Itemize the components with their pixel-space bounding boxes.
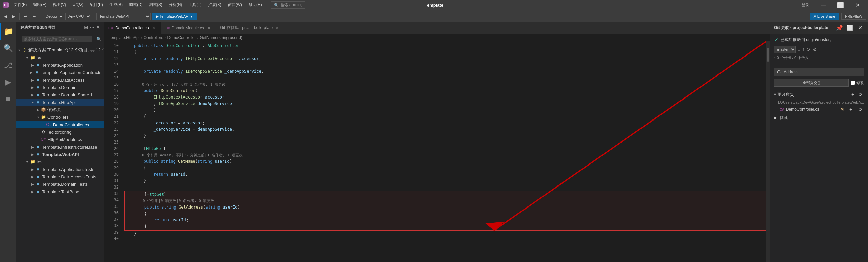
menu-build[interactable]: 生成(B) bbox=[106, 1, 125, 9]
sidebar-search-input[interactable] bbox=[22, 36, 92, 42]
git-branch-dropdown[interactable]: master bbox=[774, 46, 796, 53]
startup-project-dropdown[interactable]: Template.WebAPI bbox=[96, 13, 151, 20]
minimize-button[interactable]: — bbox=[816, 0, 831, 10]
tree-item-controllers[interactable]: ▾ 📁 Controllers bbox=[16, 113, 104, 121]
tab-domainmodule[interactable]: C# DomainModule.cs ✕ bbox=[161, 22, 216, 34]
search-activity-icon[interactable]: 🔍 bbox=[0, 40, 16, 57]
forward-button[interactable]: ▶ bbox=[10, 13, 17, 20]
sidebar-close-icon[interactable]: ✕ bbox=[96, 25, 100, 30]
git-changed-header[interactable]: ▾ 更改数(1) + ↺ bbox=[770, 89, 868, 100]
git-settings-icon[interactable]: ⚙ bbox=[813, 47, 817, 52]
menu-help[interactable]: 帮助(H) bbox=[245, 1, 265, 9]
sidebar-more-icon[interactable]: ⋯ bbox=[90, 25, 95, 30]
tree-item-da-tests[interactable]: ▶ ■ Template.DataAccess.Tests bbox=[16, 173, 104, 180]
window-controls: 登录 — ⬜ ✕ bbox=[796, 0, 865, 10]
menu-extensions[interactable]: 扩展(X) bbox=[205, 1, 224, 9]
git-discard-icon[interactable]: ↺ bbox=[856, 106, 864, 113]
tree-item-src[interactable]: ▾ 📁 src bbox=[16, 54, 104, 61]
git-pushed-text: 已成功推送到 origin/master。 bbox=[781, 37, 834, 43]
platform-dropdown[interactable]: Any CPU bbox=[65, 13, 91, 20]
git-search-input[interactable] bbox=[774, 68, 864, 76]
menu-tools[interactable]: 工具(T) bbox=[185, 1, 204, 9]
start-button[interactable]: ▶ Template.WebAPI ▾ bbox=[152, 13, 197, 20]
tree-item-application[interactable]: ▶ ■ Template.Application bbox=[16, 61, 104, 69]
git-modify-checkbox-label[interactable]: 修改 bbox=[851, 80, 864, 85]
git-discard-all-icon[interactable]: ↺ bbox=[856, 91, 864, 98]
tree-item-testbase[interactable]: ▶ ■ Template.TestBase bbox=[16, 188, 104, 195]
tab-cs-icon: C# bbox=[108, 26, 113, 30]
solution-root[interactable]: ▾ ⬡ 解决方案 'Template'(12 个项目, 共 12 个) bbox=[16, 46, 104, 54]
tree-item-editorconfig[interactable]: ▶ ⚙ .editorconfig bbox=[16, 128, 104, 136]
menu-project[interactable]: 项目(P) bbox=[87, 1, 106, 9]
close-button[interactable]: ✕ bbox=[850, 0, 865, 10]
git-filepath[interactable]: D:\Users\Jack\Dev\Gitee\project-boilerpl… bbox=[770, 100, 868, 105]
git-store-section[interactable]: ▶ 储藏 bbox=[770, 114, 868, 122]
menu-window[interactable]: 窗口(W) bbox=[225, 1, 245, 9]
git-fetch-icon[interactable]: ⟳ bbox=[807, 47, 811, 52]
sidebar-search-icon[interactable]: 🔍 bbox=[96, 37, 101, 41]
git-expand-icon[interactable]: ⬜ bbox=[846, 24, 854, 32]
debug-activity-icon[interactable]: ▶ bbox=[0, 74, 16, 90]
title-bar: 文件(F) 编辑(E) 视图(V) Git(G) 项目(P) 生成(B) 调试(… bbox=[0, 0, 868, 10]
httpapi-arrow: ▾ bbox=[30, 100, 35, 105]
tree-item-test[interactable]: ▾ 📁 test bbox=[16, 158, 104, 166]
menu-view[interactable]: 视图(V) bbox=[50, 1, 69, 9]
code-line-39: } bbox=[124, 231, 766, 237]
menu-git[interactable]: Git(G) bbox=[70, 1, 86, 9]
menu-file[interactable]: 文件(F) bbox=[11, 1, 29, 9]
code-editor[interactable]: public class DemoController : AbpControl… bbox=[121, 41, 766, 262]
menu-analyze[interactable]: 分析(N) bbox=[166, 1, 185, 9]
git-modify-checkbox[interactable] bbox=[851, 81, 855, 85]
tree-item-infra[interactable]: ▶ ■ Template.InfrastructureBase bbox=[16, 143, 104, 151]
git-commit-button[interactable]: 全部提交() bbox=[774, 79, 849, 87]
tab-domainmodule-close[interactable]: ✕ bbox=[206, 25, 212, 31]
menu-test[interactable]: 测试(S) bbox=[146, 1, 165, 9]
git-pin-icon[interactable]: 📌 bbox=[835, 24, 844, 32]
tab-git-repo[interactable]: Git 存储库 - pro...t-boilerplate ✕ bbox=[216, 22, 284, 34]
tree-item-domain-tests[interactable]: ▶ ■ Template.Domain.Tests bbox=[16, 180, 104, 188]
undo-button[interactable]: ↩ bbox=[22, 13, 29, 20]
git-add-all-icon[interactable]: + bbox=[849, 91, 856, 98]
git-file-item[interactable]: C# DemoController.cs M + ↺ bbox=[770, 105, 868, 114]
git-activity-icon[interactable]: ⎇ bbox=[0, 57, 16, 73]
git-sync-down-icon[interactable]: ↓ bbox=[798, 47, 800, 52]
debug-config-dropdown[interactable]: Debug bbox=[43, 13, 64, 20]
git-sync-up-icon[interactable]: ↑ bbox=[802, 47, 805, 52]
sidebar-collapse-icon[interactable]: ⊟ bbox=[84, 25, 88, 30]
tree-item-domain[interactable]: ▶ ■ Template.Domain bbox=[16, 84, 104, 91]
git-close-icon[interactable]: ✕ bbox=[856, 24, 864, 32]
deps-label: 依赖项 bbox=[47, 107, 61, 113]
breadcrumb-part4[interactable]: GetName(string userId) bbox=[200, 35, 242, 40]
code-line-40 bbox=[124, 237, 766, 243]
tab-democontroller[interactable]: C# DemoController.cs ✕ bbox=[104, 22, 161, 34]
menu-debug[interactable]: 调试(D) bbox=[126, 1, 145, 9]
tree-item-app-contracts[interactable]: ▶ ■ Template.Application.Contracts bbox=[16, 69, 104, 76]
editor-scrollbar[interactable] bbox=[766, 41, 770, 262]
tab-git-close[interactable]: ✕ bbox=[275, 25, 280, 31]
tree-item-app-tests[interactable]: ▶ ■ Template.Application.Tests bbox=[16, 166, 104, 173]
breadcrumb-part2[interactable]: Controllers bbox=[143, 35, 163, 40]
solution-icon: ⬡ bbox=[22, 47, 27, 53]
tree-item-domain-shared[interactable]: ▶ ■ Template.Domain.Shared bbox=[16, 91, 104, 99]
tab-democontroller-close[interactable]: ✕ bbox=[151, 25, 156, 31]
login-button[interactable]: 登录 bbox=[796, 0, 814, 10]
tree-item-webapi[interactable]: ▶ ■ Template.WebAPI bbox=[16, 151, 104, 158]
menu-edit[interactable]: 编辑(E) bbox=[30, 1, 49, 9]
extensions-activity-icon[interactable]: ■ bbox=[0, 91, 16, 107]
git-stage-icon[interactable]: + bbox=[847, 106, 854, 113]
live-share-button[interactable]: ↗ Live Share bbox=[810, 13, 839, 20]
tree-item-httpapimodule[interactable]: ▶ C# HttpApiModule.cs bbox=[16, 136, 104, 143]
redo-button[interactable]: ↪ bbox=[31, 13, 38, 20]
maximize-button[interactable]: ⬜ bbox=[833, 0, 848, 10]
back-button[interactable]: ◀ bbox=[2, 13, 9, 20]
breadcrumb-part1[interactable]: Template.HttpApi bbox=[108, 35, 139, 40]
git-changed-label: 更改数(1) bbox=[777, 92, 795, 97]
tree-item-deps[interactable]: ▶ 📦 依赖项 bbox=[16, 106, 104, 113]
tree-item-data-access[interactable]: ▶ ■ Template.DataAccess bbox=[16, 76, 104, 84]
tree-item-httpapi[interactable]: ▾ ■ Template.HttpApi bbox=[16, 99, 104, 106]
preview-button[interactable]: PREVIEW bbox=[841, 13, 866, 20]
code-line-10: public class DemoController : AbpControl… bbox=[124, 43, 766, 49]
explorer-icon[interactable]: 📁 bbox=[0, 23, 16, 40]
tree-item-democontroller[interactable]: ▶ C# DemoController.cs bbox=[16, 121, 104, 128]
breadcrumb-part3[interactable]: DemoController bbox=[167, 35, 196, 40]
